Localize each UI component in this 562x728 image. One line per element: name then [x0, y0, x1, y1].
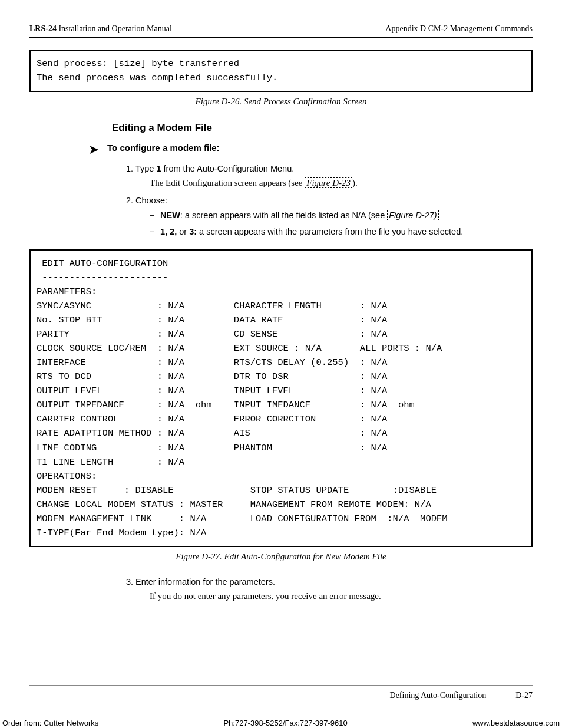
header-right: Appendix D CM-2 Management Commands [385, 24, 533, 35]
option-123: 1, 2, or 3: a screen appears with the pa… [150, 226, 533, 238]
figure-caption-27: Figure D-27. Edit Auto-Configuration for… [29, 551, 533, 562]
section-heading: Editing a Modem File [112, 121, 533, 135]
doc-title: Installation and Operation Manual [57, 24, 172, 33]
send-process-box: Send process: [size] byte transferred Th… [29, 50, 533, 92]
order-phone: Ph:727-398-5252/Fax:727-397-9610 [223, 718, 347, 728]
figure-caption-26: Figure D-26. Send Process Confirmation S… [29, 95, 533, 107]
figure-link-d23[interactable]: Figure D-23 [305, 177, 352, 188]
footer-rule [29, 685, 533, 686]
arrow-icon: ➤ [88, 141, 99, 159]
edit-auto-config-box: EDIT AUTO-CONFIGURATION ----------------… [29, 249, 533, 546]
order-url: www.bestdatasource.com [472, 718, 560, 728]
step-1: Type 1 from the Auto-Configuration Menu.… [135, 163, 533, 189]
footer-row: Defining Auto-Configuration D-27 [29, 690, 533, 701]
step-3: Enter information for the parameters. If… [135, 577, 533, 602]
step-2: Choose: NEW: a screen appears with all t… [135, 195, 533, 238]
figure-link-d27[interactable]: Figure D-27) [387, 210, 438, 220]
steps-list: Type 1 from the Auto-Configuration Menu.… [118, 163, 533, 238]
order-info: Order from: Cutter Networks Ph:727-398-5… [0, 718, 562, 728]
header-left: LRS-24 Installation and Operation Manual [29, 24, 172, 35]
option-new: NEW: a screen appears with all the field… [150, 210, 533, 222]
order-from: Order from: Cutter Networks [2, 718, 98, 728]
steps-list-cont: Enter information for the parameters. If… [118, 577, 533, 602]
doc-code: LRS-24 [29, 24, 57, 33]
page-number: D-27 [515, 690, 533, 701]
footer-section: Defining Auto-Configuration [390, 690, 487, 701]
page-header: LRS-24 Installation and Operation Manual… [29, 24, 533, 38]
procedure-heading: To configure a modem file: [107, 142, 220, 154]
